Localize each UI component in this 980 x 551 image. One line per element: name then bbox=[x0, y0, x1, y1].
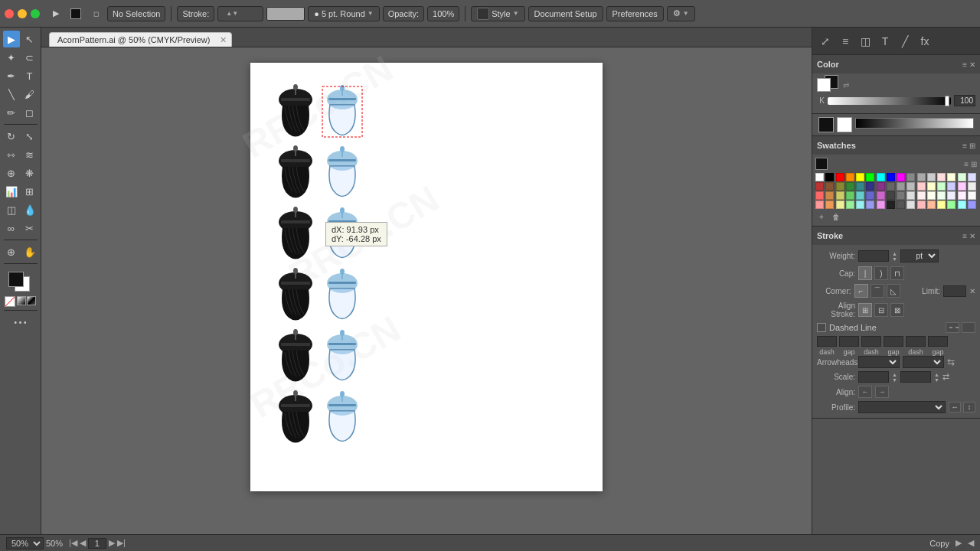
swatch-cell[interactable] bbox=[917, 191, 926, 200]
blend-tool[interactable]: ∞ bbox=[3, 220, 20, 236]
width-tool[interactable]: ⇿ bbox=[3, 146, 20, 163]
swatch-cell[interactable] bbox=[927, 182, 936, 191]
gradient-tool[interactable]: ◫ bbox=[3, 201, 20, 218]
type-tool[interactable]: T bbox=[21, 67, 38, 84]
minimize-button[interactable] bbox=[18, 9, 27, 18]
extra-btn[interactable]: ⚙ ▼ bbox=[667, 6, 695, 21]
swatch-cell[interactable] bbox=[866, 191, 874, 200]
tab-close-btn[interactable]: ✕ bbox=[220, 35, 227, 45]
swatch-cell[interactable] bbox=[887, 191, 895, 200]
pen-tool[interactable]: ✒ bbox=[3, 67, 20, 84]
swatch-cell[interactable] bbox=[877, 201, 885, 209]
none-swatch[interactable] bbox=[5, 296, 15, 307]
new-swatch-icon[interactable]: + bbox=[815, 210, 828, 223]
dash-input-2[interactable] bbox=[861, 336, 881, 347]
color-panel-close-icon[interactable]: ✕ bbox=[969, 60, 975, 69]
swatch-cell[interactable] bbox=[866, 173, 874, 181]
swatch-cell[interactable] bbox=[906, 173, 915, 181]
align-right-btn[interactable]: → bbox=[875, 386, 889, 398]
limit-input[interactable] bbox=[943, 285, 966, 297]
swatch-cell[interactable] bbox=[897, 191, 905, 200]
stroke-panel-options-icon[interactable]: ≡ bbox=[962, 232, 967, 240]
weight-unit-select[interactable]: ptpx bbox=[900, 249, 939, 262]
swatch-cell[interactable] bbox=[815, 173, 824, 181]
status-arrow-btn[interactable]: ▶ bbox=[956, 538, 962, 548]
swatch-menu-icon[interactable]: ≡ bbox=[964, 160, 969, 168]
swatch-cell[interactable] bbox=[917, 182, 926, 191]
arrowhead-start-select[interactable] bbox=[858, 356, 900, 368]
preferences-btn[interactable]: Preferences bbox=[606, 6, 664, 21]
square-cap-btn[interactable]: ⊓ bbox=[890, 266, 904, 280]
stroke-toggle-icon[interactable]: ◻ bbox=[87, 5, 104, 22]
prev-page-btn[interactable]: ◀ bbox=[80, 538, 86, 548]
swatch-cell[interactable] bbox=[968, 173, 976, 181]
column-graph-tool[interactable]: 📊 bbox=[3, 183, 20, 200]
swatch-cell[interactable] bbox=[846, 182, 854, 191]
brush-select[interactable]: ● 5 pt. Round ▼ bbox=[308, 6, 379, 21]
doc-setup-btn[interactable]: Document Setup bbox=[528, 6, 603, 21]
swatch-cell[interactable] bbox=[877, 182, 885, 191]
swatch-cell[interactable] bbox=[815, 191, 824, 200]
rotate-tool[interactable]: ↻ bbox=[3, 128, 20, 145]
magic-wand-tool[interactable]: ✦ bbox=[3, 49, 20, 66]
swatch-fg[interactable] bbox=[815, 158, 828, 170]
swatch-cell[interactable] bbox=[815, 201, 824, 209]
arrowhead-end-select[interactable] bbox=[903, 356, 944, 368]
swatch-cell[interactable] bbox=[947, 191, 956, 200]
scale-up-2[interactable]: ▲ bbox=[934, 372, 939, 377]
more-tools-btn[interactable]: • • • bbox=[4, 314, 38, 331]
weight-up[interactable]: ▲ bbox=[892, 251, 897, 256]
direct-select-tool[interactable]: ↖ bbox=[21, 31, 38, 47]
swatch-cell[interactable] bbox=[947, 182, 956, 191]
dash-input-3[interactable] bbox=[906, 336, 926, 347]
stroke-input[interactable]: ▲▼ bbox=[217, 6, 263, 21]
stroke-square[interactable] bbox=[837, 117, 852, 132]
swatch-cell[interactable] bbox=[937, 191, 946, 200]
color-panel-header[interactable]: Color ≡ ✕ bbox=[812, 55, 980, 73]
scale-link-icon[interactable]: ⇄ bbox=[942, 372, 949, 382]
document-tab[interactable]: AcornPattern.ai @ 50% (CMYK/Preview) ✕ bbox=[49, 32, 232, 47]
align-inside-btn[interactable]: ⊟ bbox=[874, 303, 888, 317]
gap-input-2[interactable] bbox=[884, 336, 903, 347]
swatch-cell[interactable] bbox=[825, 201, 834, 209]
swatch-cell[interactable] bbox=[968, 182, 976, 191]
swatch-cell[interactable] bbox=[846, 201, 854, 209]
swatch-cell[interactable] bbox=[927, 201, 936, 209]
swatches-grid-icon[interactable]: ⊞ bbox=[969, 142, 975, 150]
delete-swatch-icon[interactable]: 🗑 bbox=[830, 210, 842, 223]
swatch-cell[interactable] bbox=[836, 191, 844, 200]
gap-input-3[interactable] bbox=[928, 336, 948, 347]
first-page-btn[interactable]: |◀ bbox=[69, 538, 77, 548]
swatch-cell[interactable] bbox=[866, 201, 874, 209]
last-page-btn[interactable]: ▶| bbox=[117, 538, 126, 548]
swatch-cell[interactable] bbox=[968, 191, 976, 200]
arrowhead-swap-icon[interactable]: ⇆ bbox=[947, 357, 955, 367]
dashed-style-1[interactable] bbox=[946, 322, 959, 333]
swatch-cell[interactable] bbox=[917, 173, 926, 181]
hand-tool[interactable]: ✋ bbox=[21, 243, 38, 260]
canvas-scroll[interactable]: RRCo.CN RRCo.CN RRCo.CN bbox=[41, 47, 812, 534]
swatch-grid-icon[interactable]: ⊞ bbox=[971, 160, 977, 168]
bg-color-icon[interactable] bbox=[817, 78, 831, 92]
swatch-cell[interactable] bbox=[958, 182, 966, 191]
align-left-btn[interactable]: ← bbox=[858, 386, 872, 398]
rp-transform-icon[interactable]: ⤢ bbox=[817, 33, 834, 50]
page-input[interactable] bbox=[88, 538, 106, 549]
scale-down-1[interactable]: ▼ bbox=[892, 377, 897, 383]
swatch-cell[interactable] bbox=[825, 173, 834, 181]
swatch-cell[interactable] bbox=[927, 191, 936, 200]
weight-input[interactable] bbox=[858, 250, 889, 262]
swatch-cell[interactable] bbox=[937, 182, 946, 191]
fill-icon[interactable] bbox=[67, 5, 84, 22]
gradient-swatch[interactable] bbox=[17, 296, 26, 305]
round-cap-btn[interactable]: ) bbox=[874, 266, 888, 280]
round-corner-btn[interactable]: ⌒ bbox=[871, 284, 884, 298]
swatch-cell[interactable] bbox=[877, 191, 885, 200]
swatch-cell[interactable] bbox=[897, 173, 905, 181]
mesh-gradient-swatch[interactable] bbox=[27, 296, 36, 305]
swatch-cell[interactable] bbox=[947, 201, 956, 209]
swatch-cell[interactable] bbox=[887, 182, 895, 191]
foreground-color[interactable] bbox=[8, 272, 24, 287]
profile-flip-v-icon[interactable]: ↕ bbox=[963, 402, 975, 412]
zoom-select[interactable]: 50% bbox=[6, 537, 44, 549]
